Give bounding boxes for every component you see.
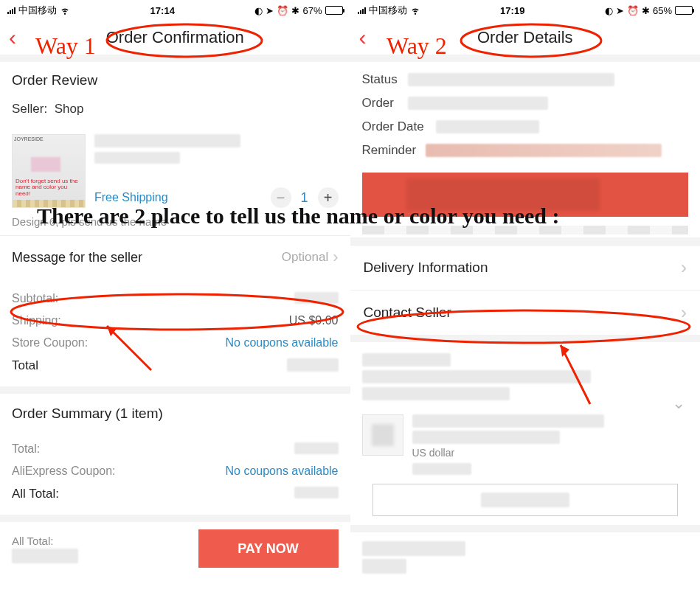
status-time: 17:14 xyxy=(150,5,175,16)
bluetooth-icon: ✱ xyxy=(291,5,299,16)
signal-icon xyxy=(7,7,15,14)
battery-pct: 67% xyxy=(302,5,322,16)
product-thumbnail: JOYRESIDE Don't forget send us the name … xyxy=(12,134,86,208)
delivery-information-row[interactable]: Delivery Information › xyxy=(350,245,701,290)
item-thumbnail xyxy=(362,414,403,456)
chevron-right-icon: › xyxy=(333,248,338,267)
free-shipping-label: Free Shipping xyxy=(94,191,168,204)
screen-order-details: 中国移动 17:19 ◐ ➤ ⏰ ✱ 65% ‹ Order Details S… xyxy=(350,0,701,612)
chevron-right-icon: › xyxy=(681,257,687,278)
footer-total-value-redacted xyxy=(12,549,78,563)
product-subtitle-redacted xyxy=(94,152,180,164)
chevron-right-icon: › xyxy=(681,302,687,323)
message-seller-row[interactable]: Message for the seller Optional › xyxy=(0,235,350,279)
ali-coupon-label: AliExpress Coupon: xyxy=(12,465,116,478)
nav-header: ‹ Order Details xyxy=(350,21,701,55)
address-divider-stripe xyxy=(362,226,689,234)
contact-seller-row[interactable]: Contact Seller › xyxy=(350,290,701,335)
seller-line: Seller: Shop xyxy=(12,102,339,117)
order-item-card[interactable]: US dollar xyxy=(362,414,689,475)
ali-coupon-value[interactable]: No coupons available xyxy=(226,465,339,478)
subtotal-value-redacted xyxy=(294,292,339,304)
alarm-icon: ⏰ xyxy=(627,5,639,16)
order-review-heading: Order Review xyxy=(12,72,339,88)
page-title: Order Confirmation xyxy=(0,28,350,47)
carrier-label: 中国移动 xyxy=(369,4,407,17)
battery-icon xyxy=(675,6,693,15)
item-action-button[interactable] xyxy=(372,484,679,516)
footer-all-total-label: All Total: xyxy=(12,535,78,547)
location-icon: ➤ xyxy=(616,5,624,16)
nav-header: ‹ Order Confirmation xyxy=(0,21,350,55)
qty-value: 1 xyxy=(299,190,311,206)
do-not-disturb-icon: ◐ xyxy=(605,5,613,16)
carrier-label: 中国移动 xyxy=(18,4,57,17)
battery-pct: 65% xyxy=(653,5,672,16)
screen-order-confirmation: 中国移动 17:14 ◐ ➤ ⏰ ✱ 67% ‹ Order Confirmat… xyxy=(0,0,350,612)
shipping-label: Shipping: xyxy=(12,314,61,327)
address-block[interactable]: ⌄ xyxy=(350,342,701,410)
status-label: Status xyxy=(362,72,408,87)
wifi-icon xyxy=(410,5,420,15)
qty-plus-button[interactable]: + xyxy=(318,187,339,208)
subtotal-label: Subtotal: xyxy=(12,292,58,305)
bluetooth-icon: ✱ xyxy=(642,5,650,16)
order-label: Order xyxy=(362,96,408,111)
currency-note: US dollar xyxy=(412,447,689,459)
store-coupon-value[interactable]: No coupons available xyxy=(226,336,339,350)
total-value-redacted xyxy=(287,358,339,372)
location-icon: ➤ xyxy=(266,5,274,16)
pay-now-button[interactable]: PAY NOW xyxy=(198,529,339,568)
quantity-stepper: − 1 + xyxy=(271,187,339,208)
summary-total-label: Total: xyxy=(12,442,40,456)
status-bar: 中国移动 17:19 ◐ ➤ ⏰ ✱ 65% xyxy=(350,0,701,21)
order-date-label: Order Date xyxy=(362,119,436,134)
shipping-value: US $0.00 xyxy=(289,314,339,327)
reminder-label: Reminder xyxy=(362,143,426,158)
product-row[interactable]: JOYRESIDE Don't forget send us the name … xyxy=(0,127,350,212)
status-bar: 中国移动 17:14 ◐ ➤ ⏰ ✱ 67% xyxy=(0,0,350,21)
optional-hint: Optional xyxy=(282,250,328,265)
variant-note: Design 6, pls send us the name xyxy=(0,212,350,235)
all-total-label: All Total: xyxy=(12,487,59,501)
action-banner[interactable] xyxy=(362,173,689,217)
total-label: Total xyxy=(12,358,38,373)
battery-icon xyxy=(325,6,343,15)
status-time: 17:19 xyxy=(500,5,524,16)
chevron-down-icon: ⌄ xyxy=(672,394,685,413)
signal-icon xyxy=(358,7,366,14)
store-coupon-label: Store Coupon: xyxy=(12,336,88,350)
wifi-icon xyxy=(60,5,70,15)
do-not-disturb-icon: ◐ xyxy=(254,5,263,16)
product-title-redacted xyxy=(94,134,240,147)
page-title: Order Details xyxy=(350,28,701,47)
alarm-icon: ⏰ xyxy=(277,5,288,16)
qty-minus-button[interactable]: − xyxy=(271,187,291,208)
order-summary-heading: Order Summary (1 item) xyxy=(0,394,350,429)
